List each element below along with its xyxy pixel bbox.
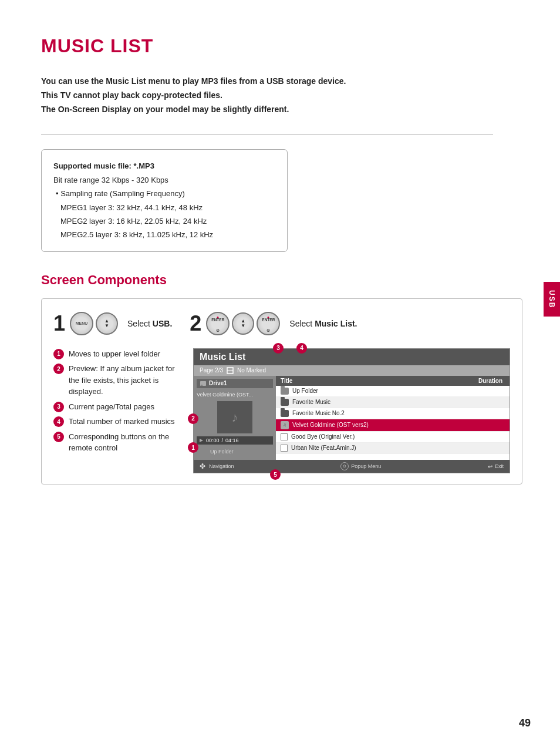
checkbox-icon-4	[281, 433, 288, 440]
callout-num-1: 1	[53, 349, 64, 359]
music-item-4[interactable]: Good Bye (Original Ver.)	[276, 432, 510, 443]
music-list-screen: 3 4 2 1 5 Music List Page 2/3 No Marked	[193, 348, 510, 474]
track-name: Velvet Goldmine (OST...	[197, 391, 273, 399]
checkbox-icon-5	[281, 445, 288, 452]
music-item-2[interactable]: Favorite Music No.2	[276, 408, 510, 419]
intro-text: You can use the Music List menu to play …	[41, 75, 493, 116]
nav-button-step1[interactable]: ▲ ▼	[96, 312, 118, 335]
menu-button[interactable]: MENU	[70, 312, 93, 335]
callout-item-4: 4 Total number of marked musics	[53, 416, 183, 428]
left-panel: Drive1 Velvet Goldmine (OST... ♪ 00:00 /…	[194, 376, 276, 460]
time-display: 00:00 / 04:16	[197, 436, 273, 445]
step1-number: 1	[53, 313, 65, 334]
enter-button-2[interactable]: ENTER⊙	[257, 312, 280, 335]
album-art: ♪	[217, 401, 252, 433]
bubble-5: 5	[270, 469, 281, 480]
screen-footer: ✤ Navigation ⊙ Popup Menu ↩ Exit	[194, 460, 510, 473]
step2-label: Select Music List.	[289, 319, 357, 328]
callout-item-5: 5 Corresponding buttons on the remote co…	[53, 431, 183, 454]
popup-icon: ⊙	[340, 462, 349, 470]
left-up-folder: Up Folder	[197, 446, 273, 457]
right-panel-header: Title Duration	[276, 376, 510, 386]
svg-rect-3	[201, 385, 203, 386]
right-panel: Title Duration Up Folder Favorite Music	[276, 376, 510, 460]
svg-marker-4	[200, 439, 203, 442]
drive-label: Drive1	[197, 379, 273, 388]
callout-item-2: 2 Preview: If any album jacket for the f…	[53, 363, 183, 398]
screen-subheader: Page 2/3 No Marked	[194, 365, 510, 376]
callout-num-2: 2	[53, 364, 64, 374]
bubble-2: 2	[188, 413, 198, 424]
screen-title: Music List	[194, 349, 510, 365]
callout-list-container: 1 Moves to upper level folder 2 Preview:…	[53, 348, 183, 462]
info-box: Supported music file: *.MP3 Bit rate ran…	[41, 149, 288, 251]
music-item-0[interactable]: Up Folder	[276, 386, 510, 397]
music-file-icon-3: ♫	[281, 421, 289, 429]
lower-area: 1 Moves to upper level folder 2 Preview:…	[53, 348, 510, 474]
divider	[41, 134, 493, 134]
step2-number: 2	[190, 313, 201, 334]
section-heading: Screen Components	[41, 272, 493, 288]
step1-label: Select USB.	[127, 319, 172, 328]
folder-icon-1	[281, 399, 289, 406]
svg-rect-2	[200, 381, 206, 386]
music-item-1[interactable]: Favorite Music	[276, 397, 510, 408]
page-number: 49	[519, 717, 531, 729]
callout-list: 1 Moves to upper level folder 2 Preview:…	[53, 348, 183, 454]
callout-item-1: 1 Moves to upper level folder	[53, 348, 183, 360]
music-item-3[interactable]: ♫ Velvet Goldmine (OST vers2)	[276, 419, 510, 432]
callout-num-5: 5	[53, 432, 64, 442]
bubble-3: 3	[273, 343, 284, 354]
callout-num-3: 3	[53, 402, 64, 412]
steps-row: 1 MENU ▲ ▼ Select USB. 2 ENTER⊙	[53, 312, 510, 335]
page-title: MUSIC LIST	[41, 35, 493, 57]
folder-icon-0	[281, 388, 289, 395]
popup-control: ⊙ Popup Menu	[340, 462, 381, 470]
bubble-4: 4	[296, 343, 307, 354]
side-tab: USB	[544, 282, 560, 317]
callout-item-3: 3 Current page/Total pages	[53, 401, 183, 413]
nav-control: ✤ Navigation	[200, 462, 234, 470]
screen-diagram: 1 MENU ▲ ▼ Select USB. 2 ENTER⊙	[41, 298, 522, 485]
folder-icon-left	[200, 448, 208, 455]
folder-icon-2	[281, 410, 289, 417]
callout-num-4: 4	[53, 416, 64, 427]
enter-button-1[interactable]: ENTER⊙	[206, 312, 230, 335]
exit-control: ↩ Exit	[488, 463, 504, 470]
screen-body: Drive1 Velvet Goldmine (OST... ♪ 00:00 /…	[194, 376, 510, 460]
music-item-5[interactable]: Urban Nite (Feat.Amin.J)	[276, 443, 510, 454]
nav-button-step2[interactable]: ▲ ▼	[232, 312, 254, 335]
